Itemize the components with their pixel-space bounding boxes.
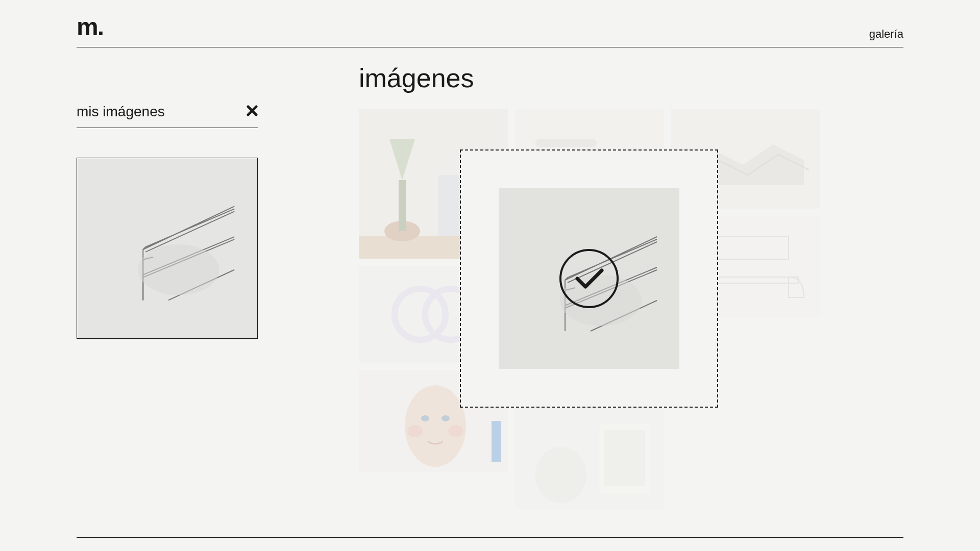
sidebar-title: mis imágenes (77, 104, 165, 120)
nav-gallery-link[interactable]: galería (869, 28, 903, 41)
header: m. galería (77, 0, 903, 47)
sidebar: mis imágenes (77, 63, 258, 522)
dropzone-preview (499, 188, 679, 369)
svg-point-33 (560, 250, 618, 307)
gallery-title: imágenes (359, 63, 903, 93)
svg-point-12 (421, 415, 429, 421)
svg-point-14 (407, 425, 423, 437)
svg-rect-5 (399, 180, 406, 231)
svg-rect-18 (535, 139, 597, 147)
svg-point-1 (138, 244, 219, 295)
logo[interactable]: m. (77, 13, 103, 41)
svg-point-24 (535, 447, 586, 503)
sidebar-header: mis imágenes (77, 104, 258, 128)
footer: © musgo things. (77, 537, 903, 551)
svg-rect-26 (604, 430, 645, 486)
checkmark-circle-icon (558, 248, 620, 309)
close-icon[interactable] (247, 105, 258, 118)
my-image-thumbnail[interactable] (77, 158, 258, 339)
upload-dropzone[interactable] (460, 149, 718, 408)
svg-point-15 (448, 425, 463, 437)
gallery-item[interactable] (515, 393, 664, 509)
svg-rect-16 (492, 421, 501, 462)
svg-point-13 (442, 415, 450, 421)
